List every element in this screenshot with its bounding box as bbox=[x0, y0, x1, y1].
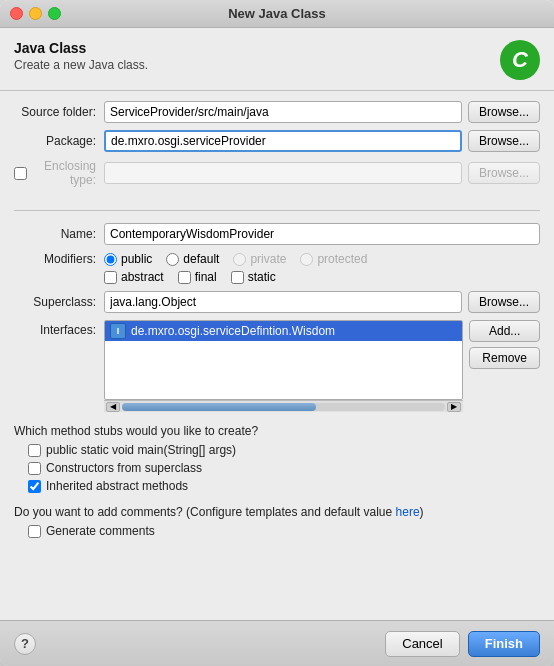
source-folder-label: Source folder: bbox=[14, 105, 104, 119]
stub-inherited-checkbox[interactable] bbox=[28, 480, 41, 493]
interfaces-buttons: Add... Remove bbox=[469, 320, 540, 412]
name-row: Name: bbox=[14, 223, 540, 245]
superclass-row: Superclass: Browse... bbox=[14, 291, 540, 313]
dialog-window: New Java Class Java Class Create a new J… bbox=[0, 0, 554, 666]
window-title: New Java Class bbox=[228, 6, 326, 21]
dialog-footer: ? Cancel Finish bbox=[0, 620, 554, 666]
scroll-track[interactable] bbox=[122, 403, 445, 411]
modifier-default[interactable]: default bbox=[166, 252, 219, 266]
enclosing-type-row: Enclosing type: Browse... bbox=[14, 159, 540, 187]
window-controls bbox=[10, 7, 61, 20]
modifier-public[interactable]: public bbox=[104, 252, 152, 266]
minimize-button[interactable] bbox=[29, 7, 42, 20]
comments-configure-link[interactable]: here bbox=[396, 505, 420, 519]
dialog-header: Java Class Create a new Java class. C bbox=[0, 28, 554, 91]
name-label: Name: bbox=[14, 227, 104, 241]
package-input[interactable] bbox=[104, 130, 462, 152]
enclosing-type-browse-button: Browse... bbox=[468, 162, 540, 184]
modifier-private[interactable]: private bbox=[233, 252, 286, 266]
modifier-protected-radio[interactable] bbox=[300, 253, 313, 266]
dialog-content: Java Class Create a new Java class. C So… bbox=[0, 28, 554, 620]
superclass-label: Superclass: bbox=[14, 295, 104, 309]
superclass-input[interactable] bbox=[104, 291, 462, 313]
generate-comments[interactable]: Generate comments bbox=[28, 524, 540, 538]
modifier-final[interactable]: final bbox=[178, 270, 217, 284]
comments-section: Do you want to add comments? (Configure … bbox=[0, 501, 554, 544]
modifier-private-radio[interactable] bbox=[233, 253, 246, 266]
comments-title-suffix: ) bbox=[420, 505, 424, 519]
comments-title: Do you want to add comments? (Configure … bbox=[14, 505, 540, 519]
package-label: Package: bbox=[14, 134, 104, 148]
modifier-static-checkbox[interactable] bbox=[231, 271, 244, 284]
interfaces-scrollbar: ◀ ▶ bbox=[104, 400, 463, 412]
scroll-left-arrow[interactable]: ◀ bbox=[106, 402, 120, 412]
modifiers-radio-group: public default private protected bbox=[104, 252, 367, 266]
modifier-static[interactable]: static bbox=[231, 270, 276, 284]
modifier-abstract[interactable]: abstract bbox=[104, 270, 164, 284]
enclosing-type-input[interactable] bbox=[104, 162, 462, 184]
stub-inherited-abstract[interactable]: Inherited abstract methods bbox=[28, 479, 540, 493]
interfaces-label-row: Interfaces: I de.mxro.osgi.serviceDefint… bbox=[14, 320, 463, 412]
interfaces-add-button[interactable]: Add... bbox=[469, 320, 540, 342]
interface-icon: I bbox=[110, 323, 126, 339]
enclosing-type-label: Enclosing type: bbox=[27, 159, 96, 187]
interfaces-list[interactable]: I de.mxro.osgi.serviceDefintion.Wisdom bbox=[104, 320, 463, 400]
package-row: Package: Browse... bbox=[14, 130, 540, 152]
dialog-heading: Java Class bbox=[14, 40, 148, 56]
eclipse-logo: C bbox=[500, 40, 540, 80]
enclosing-type-checkbox[interactable] bbox=[14, 167, 27, 180]
modifiers-row: Modifiers: public default private bbox=[14, 252, 540, 266]
modifier-default-radio[interactable] bbox=[166, 253, 179, 266]
scroll-thumb bbox=[122, 403, 316, 411]
title-bar: New Java Class bbox=[0, 0, 554, 28]
divider-1 bbox=[14, 210, 540, 211]
interfaces-label: Interfaces: bbox=[14, 320, 104, 337]
stub-main-method[interactable]: public static void main(String[] args) bbox=[28, 443, 540, 457]
interfaces-remove-button[interactable]: Remove bbox=[469, 347, 540, 369]
stub-constructors[interactable]: Constructors from superclass bbox=[28, 461, 540, 475]
modifier-public-radio[interactable] bbox=[104, 253, 117, 266]
modifiers-section: Modifiers: public default private bbox=[0, 252, 554, 284]
generate-comments-checkbox[interactable] bbox=[28, 525, 41, 538]
generate-comments-label: Generate comments bbox=[46, 524, 155, 538]
interfaces-list-container: I de.mxro.osgi.serviceDefintion.Wisdom ◀… bbox=[104, 320, 463, 412]
modifiers-checkbox-group: abstract final static bbox=[104, 270, 540, 284]
header-text-block: Java Class Create a new Java class. bbox=[14, 40, 148, 72]
modifier-final-checkbox[interactable] bbox=[178, 271, 191, 284]
help-button[interactable]: ? bbox=[14, 633, 36, 655]
maximize-button[interactable] bbox=[48, 7, 61, 20]
footer-buttons: Cancel Finish bbox=[385, 631, 540, 657]
modifier-protected[interactable]: protected bbox=[300, 252, 367, 266]
interfaces-section: Interfaces: I de.mxro.osgi.serviceDefint… bbox=[0, 320, 554, 412]
close-button[interactable] bbox=[10, 7, 23, 20]
comments-title-prefix: Do you want to add comments? (Configure … bbox=[14, 505, 396, 519]
scroll-right-arrow[interactable]: ▶ bbox=[447, 402, 461, 412]
interface-name: de.mxro.osgi.serviceDefintion.Wisdom bbox=[131, 324, 335, 338]
superclass-browse-button[interactable]: Browse... bbox=[468, 291, 540, 313]
finish-button[interactable]: Finish bbox=[468, 631, 540, 657]
stub-constructors-checkbox[interactable] bbox=[28, 462, 41, 475]
source-folder-browse-button[interactable]: Browse... bbox=[468, 101, 540, 123]
source-folder-row: Source folder: Browse... bbox=[14, 101, 540, 123]
dialog-subtitle: Create a new Java class. bbox=[14, 58, 148, 72]
package-browse-button[interactable]: Browse... bbox=[468, 130, 540, 152]
cancel-button[interactable]: Cancel bbox=[385, 631, 459, 657]
name-input[interactable] bbox=[104, 223, 540, 245]
modifier-abstract-checkbox[interactable] bbox=[104, 271, 117, 284]
interfaces-left: Interfaces: I de.mxro.osgi.serviceDefint… bbox=[14, 320, 463, 412]
name-area: Name: bbox=[0, 217, 554, 245]
superclass-section: Superclass: Browse... bbox=[0, 291, 554, 313]
interface-item-0[interactable]: I de.mxro.osgi.serviceDefintion.Wisdom bbox=[105, 321, 462, 341]
stubs-section: Which method stubs would you like to cre… bbox=[0, 418, 554, 501]
modifiers-label: Modifiers: bbox=[14, 252, 104, 266]
source-folder-input[interactable] bbox=[104, 101, 462, 123]
form-area: Source folder: Browse... Package: Browse… bbox=[0, 91, 554, 204]
stubs-title: Which method stubs would you like to cre… bbox=[14, 424, 540, 438]
stub-main-checkbox[interactable] bbox=[28, 444, 41, 457]
